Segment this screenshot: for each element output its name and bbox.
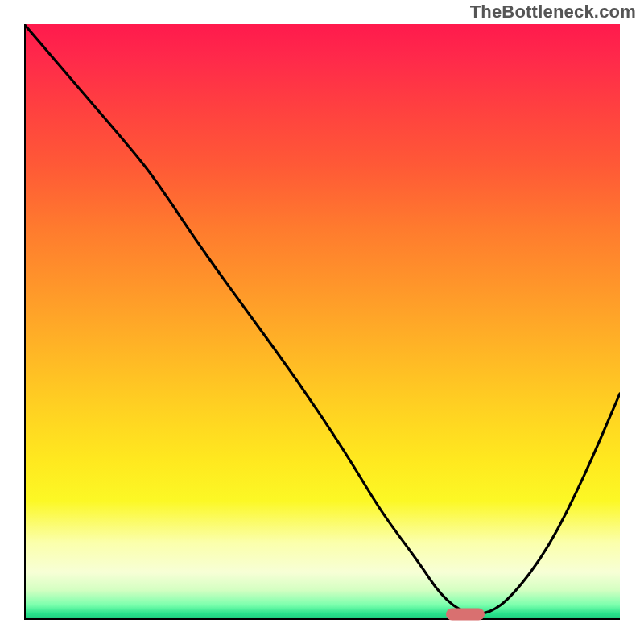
chart-container: TheBottleneck.com [0,0,644,644]
bottleneck-curve [24,24,620,614]
optimum-marker [446,608,485,620]
watermark-text: TheBottleneck.com [470,2,636,23]
plot-area [24,24,620,620]
curve-svg [24,24,620,620]
